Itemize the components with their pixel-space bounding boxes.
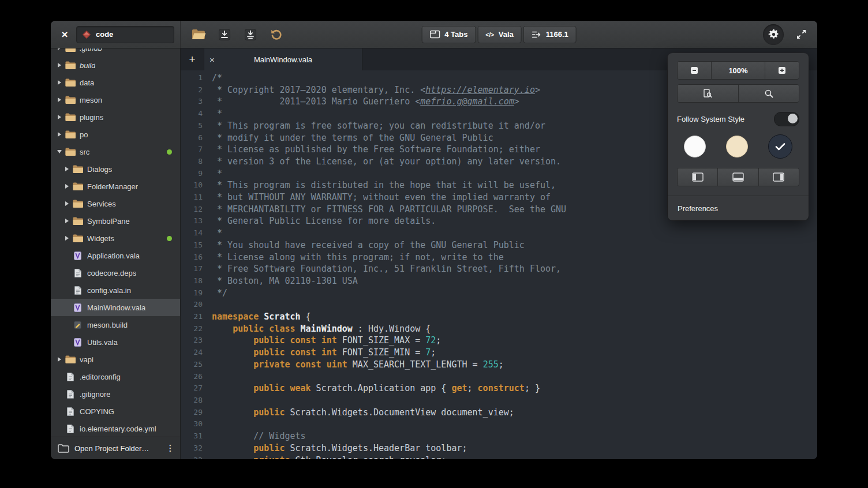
vala-file-icon (72, 303, 83, 312)
tree-item-foldermanager[interactable]: FolderManager (51, 178, 180, 195)
preferences-menu-item[interactable]: Preferences (668, 196, 809, 220)
fullscreen-button[interactable] (793, 27, 809, 43)
line-number: 15 (181, 239, 211, 251)
chevron-down-icon[interactable] (54, 149, 65, 154)
layout-sidebar-left-button[interactable] (678, 168, 717, 186)
close-window-button[interactable]: × (58, 28, 72, 42)
chevron-right-icon[interactable] (54, 132, 65, 137)
tree-item-widgets[interactable]: Widgets (51, 230, 180, 247)
style-sepia-option[interactable] (726, 136, 748, 157)
tree-item-services[interactable]: Services (51, 195, 180, 212)
chevron-right-icon[interactable] (62, 201, 72, 207)
file-icon (72, 286, 83, 295)
goto-line-button[interactable]: 1166.1 (523, 26, 577, 43)
chevron-right-icon[interactable] (54, 80, 65, 85)
tree-item-build[interactable]: build (51, 57, 180, 74)
tree-item-copying[interactable]: COPYING (51, 403, 180, 420)
layout-options-row (677, 168, 799, 186)
line-number: 7 (181, 144, 211, 156)
code-text: * Free Software Foundation, Inc., 51 Fra… (211, 263, 561, 275)
headerbar-sidebar-section: × code (51, 21, 181, 48)
search-button[interactable] (738, 85, 799, 102)
file-icon (65, 407, 76, 416)
chevron-right-icon[interactable] (54, 97, 65, 103)
find-in-page-button[interactable] (678, 85, 738, 102)
save-button[interactable] (215, 25, 234, 44)
tree-item-meson[interactable]: meson (51, 91, 180, 108)
switch-knob (788, 114, 798, 123)
chevron-right-icon[interactable] (62, 235, 72, 241)
line-number: 20 (181, 299, 211, 311)
checkmark-icon (775, 142, 785, 151)
zoom-in-button[interactable] (765, 62, 799, 79)
tab-close-button[interactable]: × (209, 55, 221, 65)
chevron-right-icon[interactable] (54, 114, 65, 120)
tab-overview-button[interactable]: 4 Tabs (421, 26, 476, 43)
open-project-folder-button[interactable]: Open Project Folder… ⋮ (51, 437, 180, 459)
follow-system-style-switch[interactable] (774, 112, 799, 126)
sidebar-menu-button[interactable]: ⋮ (165, 443, 175, 453)
tree-item-label: plugins (80, 113, 103, 122)
tree-item-application-vala[interactable]: Application.vala (51, 247, 180, 264)
zoom-out-button[interactable] (678, 62, 711, 79)
chevron-right-icon[interactable] (54, 356, 65, 362)
tree-item-vapi[interactable]: vapi (51, 351, 180, 368)
search-icon (764, 89, 773, 98)
tree-item--editorconfig[interactable]: .editorconfig (51, 368, 180, 385)
layout-sidebar-right-button[interactable] (758, 168, 799, 186)
tab-mainwindow-vala[interactable]: × MainWindow.vala (204, 48, 362, 70)
tree-item-src[interactable]: src (51, 143, 180, 160)
tree-item-mainwindow-vala[interactable]: MainWindow.vala (51, 299, 180, 316)
layout-bottom-panel-button[interactable] (717, 168, 758, 186)
folder-icon (65, 355, 76, 363)
tree-item--gitignore[interactable]: .gitignore (51, 385, 180, 403)
save-as-button[interactable] (241, 25, 260, 44)
tree-item-meson-build[interactable]: meson.build (51, 316, 180, 333)
chevron-right-icon[interactable] (62, 218, 72, 224)
line-number: 16 (181, 251, 211, 264)
language-selector-button[interactable]: </> Vala (477, 26, 521, 43)
tree-item-codecore-deps[interactable]: codecore.deps (51, 264, 180, 281)
code-text: * (211, 108, 222, 120)
tree-item-label: Widgets (87, 234, 114, 243)
tree-item-io-elementary-code-yml[interactable]: io.elementary.code.yml (51, 420, 180, 437)
code-line: 21namespace Scratch { (181, 311, 817, 323)
project-chooser-button[interactable]: code (76, 26, 174, 43)
desktop: × code (0, 0, 868, 488)
tree-item-plugins[interactable]: plugins (51, 108, 180, 126)
line-number: 2 (181, 84, 211, 96)
chevron-right-icon[interactable] (62, 183, 72, 189)
tree-item-dialogs[interactable]: Dialogs (51, 160, 180, 178)
chevron-right-icon[interactable] (54, 48, 65, 51)
tree-item-label: Services (87, 200, 116, 208)
tree-item-po[interactable]: po (51, 126, 180, 143)
tab-overview-label: 4 Tabs (444, 30, 467, 39)
folder-icon (65, 148, 76, 156)
revert-button[interactable] (267, 25, 286, 44)
code-line: 31 // Widgets (181, 430, 817, 442)
code-line: 14 * (181, 227, 817, 239)
tree-item-label: Utils.vala (87, 338, 118, 347)
tree-item--github[interactable]: .github (51, 48, 180, 57)
chevron-right-icon[interactable] (62, 166, 72, 172)
code-text: public const int FONT_SIZE_MIN = 7; (211, 347, 436, 359)
style-light-option[interactable] (684, 136, 706, 157)
settings-menu-button[interactable] (763, 24, 784, 45)
tree-item-symbolpane[interactable]: SymbolPane (51, 212, 180, 230)
project-name: code (96, 30, 113, 39)
tree-item-data[interactable]: data (51, 74, 180, 91)
chevron-right-icon[interactable] (54, 62, 65, 68)
tree-item-config-vala-in[interactable]: config.vala.in (51, 281, 180, 299)
tree-item-utils-vala[interactable]: Utils.vala (51, 333, 180, 351)
code-line: 33 private Gtk.Revealer search_revealer; (181, 455, 817, 460)
zoom-out-icon (690, 66, 698, 74)
style-dark-option[interactable] (768, 134, 792, 159)
folder-icon (65, 48, 76, 52)
code-line: 20 (181, 299, 817, 311)
settings-popover: 100% (668, 53, 809, 220)
file-tree: .githubbuilddatamesonpluginsposrcDialogs… (51, 48, 180, 437)
line-number: 22 (181, 323, 211, 335)
code-text (211, 395, 212, 407)
new-tab-button[interactable]: + (181, 48, 204, 70)
open-file-button[interactable] (189, 25, 208, 44)
